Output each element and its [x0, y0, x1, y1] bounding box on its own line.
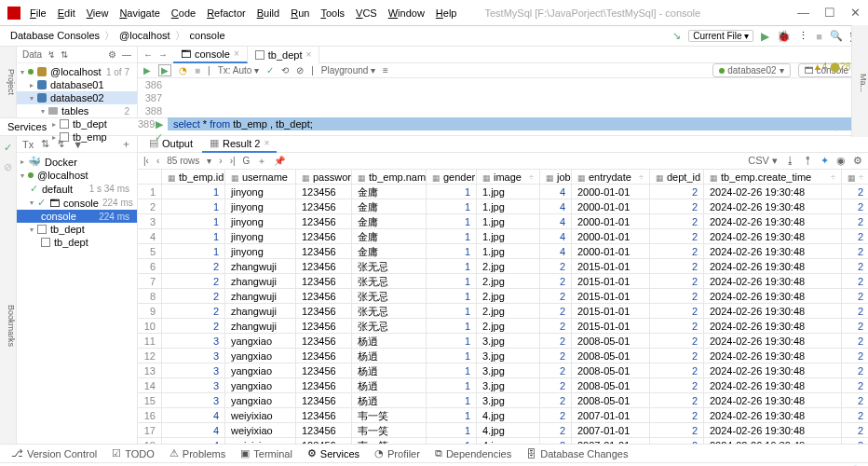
- grid-cell[interactable]: 3.jpg: [477, 363, 540, 378]
- grid-cell[interactable]: 4.jpg: [477, 408, 540, 423]
- console-group-node[interactable]: console: [63, 198, 99, 209]
- bottom-tab-todo[interactable]: ☑TODO: [106, 447, 160, 459]
- column-header[interactable]: ▦÷: [842, 170, 868, 185]
- grid-cell[interactable]: 金庸: [352, 185, 427, 199]
- grid-cell[interactable]: 1.jpg: [477, 199, 540, 214]
- menu-view[interactable]: View: [87, 7, 109, 19]
- grid-cell[interactable]: 1: [162, 244, 225, 259]
- grid-cell[interactable]: 3: [162, 378, 225, 393]
- grid-cell[interactable]: 4: [540, 199, 572, 214]
- menu-refactor[interactable]: Refactor: [207, 7, 246, 19]
- grid-cell[interactable]: 2: [540, 289, 572, 304]
- row-number[interactable]: 4: [138, 229, 162, 244]
- bottom-tab-version-control[interactable]: ⎇Version Control: [6, 447, 102, 459]
- grid-cell[interactable]: 2024-02-26 19:30:48: [704, 289, 842, 304]
- grid-cell[interactable]: 金庸: [352, 214, 427, 229]
- maximize-icon[interactable]: ☐: [824, 6, 835, 20]
- column-header[interactable]: ▦password÷: [296, 170, 352, 185]
- hammer-icon[interactable]: ↘: [672, 30, 681, 42]
- grid-cell[interactable]: 2: [540, 259, 572, 274]
- grid-cell[interactable]: 1: [427, 438, 477, 444]
- column-header[interactable]: ▦entrydate÷: [572, 170, 650, 185]
- breadcrumb-item[interactable]: Database Consoles: [7, 30, 102, 41]
- grid-cell[interactable]: 2: [650, 274, 704, 289]
- grid-cell[interactable]: 1: [427, 214, 477, 229]
- grid-cell[interactable]: 123456: [296, 199, 352, 214]
- grid-cell[interactable]: 2007-01-01: [572, 423, 650, 438]
- x-icon[interactable]: ⊘: [4, 161, 12, 173]
- grid-cell[interactable]: 2: [650, 408, 704, 423]
- grid-cell[interactable]: 杨逍: [352, 378, 427, 393]
- grid-cell[interactable]: 2: [842, 229, 868, 244]
- grid-cell[interactable]: 2024-02-26 19:30:48: [704, 244, 842, 259]
- tables-folder[interactable]: tables: [61, 105, 88, 116]
- grid-cell[interactable]: 123456: [296, 304, 352, 319]
- grid-cell[interactable]: 2.jpg: [477, 289, 540, 304]
- grid-cell[interactable]: zhangwuji: [225, 259, 296, 274]
- grid-cell[interactable]: 1: [427, 349, 477, 363]
- grid-cell[interactable]: 1.jpg: [477, 229, 540, 244]
- grid-cell[interactable]: 2024-02-26 19:30:48: [704, 319, 842, 334]
- grid-cell[interactable]: 1: [427, 274, 477, 289]
- grid-cell[interactable]: 2007-01-01: [572, 438, 650, 444]
- column-header[interactable]: ▦tb_emp.create_time÷: [704, 170, 842, 185]
- grid-cell[interactable]: 123456: [296, 185, 352, 199]
- grid-cell[interactable]: 张无忌: [352, 274, 427, 289]
- search-icon[interactable]: 🔍: [830, 30, 843, 42]
- grid-cell[interactable]: 1: [427, 304, 477, 319]
- grid-cell[interactable]: 2: [540, 304, 572, 319]
- grid-cell[interactable]: 4: [162, 423, 225, 438]
- grid-cell[interactable]: 2.jpg: [477, 304, 540, 319]
- grid-cell[interactable]: 1: [427, 185, 477, 199]
- grid-cell[interactable]: 2: [650, 423, 704, 438]
- grid-cell[interactable]: 1: [427, 229, 477, 244]
- project-tool-button[interactable]: Project: [7, 69, 16, 95]
- menu-tools[interactable]: Tools: [320, 7, 345, 19]
- breadcrumb-item[interactable]: console: [187, 30, 228, 41]
- grid-cell[interactable]: 2024-02-26 19:30:48: [704, 423, 842, 438]
- grid-cell[interactable]: 2000-01-01: [572, 214, 650, 229]
- grid-cell[interactable]: yangxiao: [225, 393, 296, 408]
- menu-window[interactable]: Window: [388, 7, 425, 19]
- grid-cell[interactable]: 4.jpg: [477, 423, 540, 438]
- download-icon[interactable]: ⭳: [785, 155, 795, 167]
- grid-cell[interactable]: 张无忌: [352, 304, 427, 319]
- grid-cell[interactable]: 2: [842, 274, 868, 289]
- grid-cell[interactable]: 2008-05-01: [572, 349, 650, 363]
- tab-tb-dept[interactable]: tb_dept×: [248, 47, 320, 63]
- grid-cell[interactable]: 2: [650, 289, 704, 304]
- tx-mode-selector[interactable]: Tx: Auto ▾: [218, 65, 259, 75]
- grid-cell[interactable]: 2024-02-26 19:30:48: [704, 393, 842, 408]
- last-page-icon[interactable]: ›|: [230, 156, 236, 166]
- grid-cell[interactable]: 2024-02-26 19:30:48: [704, 304, 842, 319]
- grid-cell[interactable]: 2: [650, 214, 704, 229]
- grid-cell[interactable]: 123456: [296, 423, 352, 438]
- bottom-tab-profiler[interactable]: ◔Profiler: [369, 447, 426, 459]
- grid-cell[interactable]: 2008-05-01: [572, 393, 650, 408]
- column-header[interactable]: ▦gender÷: [427, 170, 477, 185]
- grid-cell[interactable]: zhangwuji: [225, 289, 296, 304]
- grid-cell[interactable]: 2: [650, 304, 704, 319]
- grid-cell[interactable]: 2: [162, 274, 225, 289]
- grid-cell[interactable]: 2: [842, 185, 868, 199]
- grid-cell[interactable]: 2000-01-01: [572, 244, 650, 259]
- grid-cell[interactable]: 韦一笑: [352, 408, 427, 423]
- grid-cell[interactable]: 123456: [296, 349, 352, 363]
- grid-cell[interactable]: 2024-02-26 19:30:48: [704, 378, 842, 393]
- column-header[interactable]: ▦job÷: [540, 170, 572, 185]
- grid-cell[interactable]: 2007-01-01: [572, 408, 650, 423]
- result-tab[interactable]: ▦Result 2×: [202, 136, 277, 153]
- eye-icon[interactable]: ◉: [836, 155, 846, 167]
- run-icon[interactable]: ▶: [761, 30, 769, 43]
- back-icon[interactable]: ←: [143, 49, 153, 60]
- grid-cell[interactable]: 2: [842, 244, 868, 259]
- ok-icon[interactable]: ✓: [4, 142, 12, 154]
- grid-cell[interactable]: zhangwuji: [225, 274, 296, 289]
- minimize-icon[interactable]: —: [797, 6, 809, 20]
- bottom-tab-services[interactable]: ⚙Services: [302, 447, 365, 459]
- grid-cell[interactable]: zhangwuji: [225, 304, 296, 319]
- row-number[interactable]: 18: [138, 438, 162, 444]
- grid-cell[interactable]: 杨逍: [352, 334, 427, 349]
- tb-dept-child-node[interactable]: tb_dept: [54, 237, 88, 248]
- row-number[interactable]: 12: [138, 349, 162, 363]
